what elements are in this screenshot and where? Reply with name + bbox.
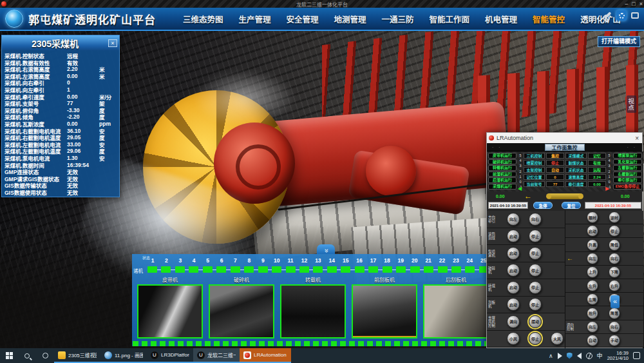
collapse-strip-button[interactable]: « bbox=[317, 244, 335, 254]
control-button[interactable]: 自动 bbox=[587, 335, 598, 346]
support-status-square[interactable] bbox=[327, 266, 337, 273]
minimize-icon[interactable]: – bbox=[625, 0, 628, 8]
taskbar-app[interactable]: LRAutomation bbox=[240, 348, 291, 363]
support-status-square[interactable] bbox=[147, 266, 157, 273]
notification-center-icon[interactable] bbox=[633, 352, 640, 359]
control-button[interactable]: 降落 bbox=[609, 308, 620, 319]
control-button[interactable]: 启动 bbox=[507, 264, 520, 277]
support-status-square[interactable] bbox=[438, 266, 448, 273]
speaker-icon[interactable] bbox=[577, 353, 582, 359]
fullscreen-icon[interactable] bbox=[631, 12, 639, 19]
support-status-square[interactable] bbox=[272, 266, 281, 273]
wrench-icon[interactable] bbox=[603, 12, 611, 19]
control-button[interactable]: 顺时 bbox=[587, 211, 598, 223]
control-button[interactable]: 停止 bbox=[529, 264, 542, 277]
control-button[interactable]: 启动 bbox=[507, 281, 520, 294]
support-status-square[interactable] bbox=[383, 266, 392, 273]
taskbar-app[interactable]: 2305三维视图 bbox=[54, 348, 100, 363]
support-status-square[interactable] bbox=[465, 266, 475, 273]
support-status-square[interactable] bbox=[424, 266, 433, 273]
control-button[interactable]: 向右 bbox=[529, 213, 542, 226]
nav-item[interactable]: 智能管控 bbox=[533, 13, 565, 25]
ime-indicator[interactable]: 中 bbox=[597, 351, 603, 360]
nav-item[interactable]: 智能工作面 bbox=[430, 13, 470, 25]
clock[interactable]: 16:39 2021/4/10 bbox=[607, 351, 629, 361]
taskbar-app[interactable]: LR3DPlatform - U... bbox=[147, 348, 193, 363]
support-status-square[interactable] bbox=[203, 266, 213, 273]
camera-feed[interactable] bbox=[423, 284, 489, 338]
control-button[interactable]: 大风 bbox=[551, 332, 564, 345]
support-status-square[interactable] bbox=[396, 266, 406, 273]
taskbar-app[interactable]: 11.png - 画图 bbox=[100, 348, 147, 363]
control-button[interactable]: 停止 bbox=[529, 332, 542, 345]
control-button[interactable]: 逆时 bbox=[609, 211, 620, 223]
support-status-square[interactable] bbox=[231, 266, 240, 273]
nav-item[interactable]: 机电管理 bbox=[485, 13, 517, 25]
start-button[interactable] bbox=[0, 348, 18, 363]
control-button[interactable]: 停止 bbox=[529, 247, 542, 260]
support-status-square[interactable] bbox=[355, 266, 365, 273]
support-status-square[interactable] bbox=[451, 266, 461, 273]
network-icon[interactable] bbox=[586, 353, 592, 359]
nav-item[interactable]: 一通三防 bbox=[382, 13, 414, 25]
control-button[interactable]: 右升 bbox=[609, 280, 620, 291]
camera-feed[interactable] bbox=[280, 284, 346, 338]
close-icon[interactable]: × bbox=[639, 0, 643, 8]
control-button[interactable]: 向右 bbox=[609, 321, 620, 333]
reset-button[interactable]: 复位 bbox=[562, 202, 581, 209]
support-status-square[interactable] bbox=[368, 266, 378, 273]
collapse-panel-icon[interactable]: « bbox=[611, 295, 620, 308]
viewpoint-tab[interactable]: 视点 bbox=[627, 95, 636, 113]
support-status-square[interactable] bbox=[313, 266, 323, 273]
support-status-square[interactable] bbox=[189, 266, 198, 273]
control-button[interactable]: 向左 bbox=[587, 321, 598, 333]
estop-button[interactable]: 急停 bbox=[533, 202, 553, 209]
control-button[interactable]: 抬升 bbox=[587, 308, 598, 319]
control-button[interactable]: 摆动 bbox=[529, 315, 542, 328]
control-button[interactable]: 停止 bbox=[529, 298, 542, 311]
nav-item[interactable]: 三维态势图 bbox=[183, 13, 223, 25]
support-status-square[interactable] bbox=[244, 266, 254, 273]
support-status-square[interactable] bbox=[410, 266, 420, 273]
control-button[interactable]: 向右 bbox=[609, 253, 620, 264]
control-button[interactable]: 升高 bbox=[587, 239, 598, 251]
control-button[interactable]: 小风 bbox=[507, 332, 520, 345]
nav-item[interactable]: 生产管理 bbox=[239, 13, 271, 25]
control-button[interactable]: 左升 bbox=[587, 280, 598, 291]
support-status-square[interactable] bbox=[175, 266, 185, 273]
maximize-icon[interactable]: □ bbox=[632, 0, 635, 8]
control-button[interactable]: 降低 bbox=[609, 239, 620, 251]
control-button[interactable]: 下降 bbox=[609, 266, 620, 278]
tab-workface-control[interactable]: 工作面集控 bbox=[545, 144, 585, 151]
lr-close-icon[interactable]: × bbox=[635, 135, 639, 142]
control-button[interactable]: 停止 bbox=[529, 281, 542, 294]
open-edit-mode-button[interactable]: 打开编辑模式 bbox=[598, 36, 640, 47]
control-button[interactable]: 停止 bbox=[529, 230, 542, 242]
nav-item[interactable]: 安全管理 bbox=[287, 13, 319, 25]
control-button[interactable]: 启动 bbox=[587, 225, 598, 237]
nav-item[interactable]: 地测管理 bbox=[334, 13, 366, 25]
control-button[interactable]: 启动 bbox=[507, 230, 520, 242]
control-button[interactable]: 向左 bbox=[587, 253, 598, 264]
control-button[interactable]: 停止 bbox=[609, 225, 620, 237]
control-button[interactable]: 手动 bbox=[609, 335, 620, 346]
support-status-square[interactable] bbox=[258, 266, 268, 273]
taskview-button[interactable] bbox=[36, 348, 54, 363]
tray-chevron-icon[interactable]: ∧ bbox=[549, 353, 553, 359]
panel-close-icon[interactable]: × bbox=[108, 39, 117, 47]
control-button[interactable]: 调向 bbox=[507, 315, 520, 328]
camera-feed[interactable] bbox=[137, 284, 203, 338]
control-button[interactable]: 上升 bbox=[587, 266, 598, 278]
support-status-square[interactable] bbox=[161, 266, 171, 273]
support-status-square[interactable] bbox=[216, 266, 226, 273]
search-button[interactable] bbox=[18, 348, 36, 363]
support-status-square[interactable] bbox=[299, 266, 309, 273]
camera-feed[interactable] bbox=[209, 284, 274, 338]
gear-icon[interactable] bbox=[616, 10, 627, 21]
support-status-square[interactable] bbox=[341, 266, 350, 273]
control-button[interactable]: 启动 bbox=[507, 298, 520, 311]
control-button[interactable]: 向左 bbox=[507, 213, 520, 226]
camera-feed[interactable] bbox=[352, 284, 417, 338]
security-shield-icon[interactable] bbox=[567, 353, 573, 359]
taskbar-app[interactable]: 龙软二三维一体化... bbox=[193, 348, 240, 363]
